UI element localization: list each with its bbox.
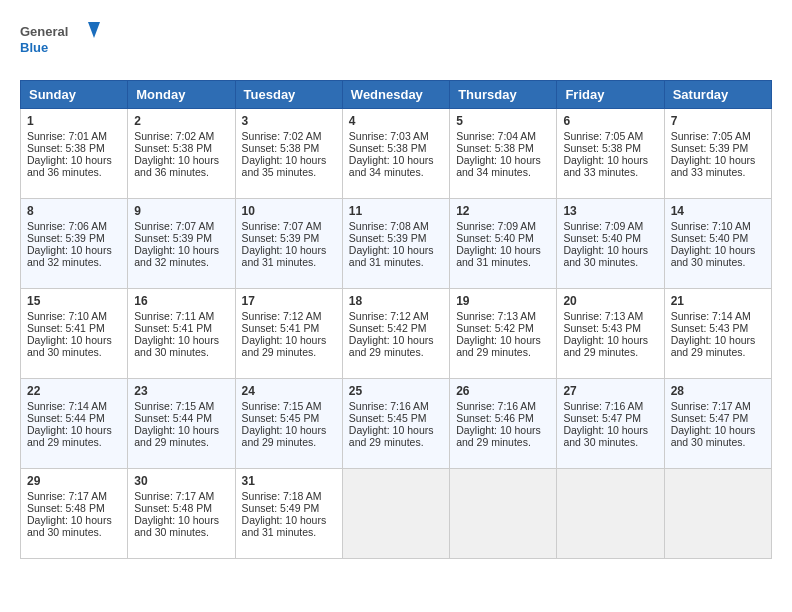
day-number: 23 — [134, 384, 228, 398]
sunset-text: Sunset: 5:41 PM — [242, 322, 320, 334]
day-number: 14 — [671, 204, 765, 218]
svg-marker-2 — [88, 22, 100, 38]
sunset-text: Sunset: 5:38 PM — [134, 142, 212, 154]
calendar-cell: 18Sunrise: 7:12 AMSunset: 5:42 PMDayligh… — [342, 289, 449, 379]
sunrise-text: Sunrise: 7:03 AM — [349, 130, 429, 142]
sunset-text: Sunset: 5:42 PM — [456, 322, 534, 334]
daylight-text: Daylight: 10 hours and 31 minutes. — [242, 514, 327, 538]
day-header-sunday: Sunday — [21, 81, 128, 109]
daylight-text: Daylight: 10 hours and 30 minutes. — [671, 424, 756, 448]
calendar-week-row: 8Sunrise: 7:06 AMSunset: 5:39 PMDaylight… — [21, 199, 772, 289]
day-number: 18 — [349, 294, 443, 308]
day-number: 15 — [27, 294, 121, 308]
sunset-text: Sunset: 5:38 PM — [349, 142, 427, 154]
day-number: 12 — [456, 204, 550, 218]
sunset-text: Sunset: 5:39 PM — [242, 232, 320, 244]
sunset-text: Sunset: 5:41 PM — [27, 322, 105, 334]
daylight-text: Daylight: 10 hours and 29 minutes. — [27, 424, 112, 448]
calendar-cell: 11Sunrise: 7:08 AMSunset: 5:39 PMDayligh… — [342, 199, 449, 289]
calendar-cell: 5Sunrise: 7:04 AMSunset: 5:38 PMDaylight… — [450, 109, 557, 199]
day-number: 6 — [563, 114, 657, 128]
sunrise-text: Sunrise: 7:16 AM — [563, 400, 643, 412]
calendar-cell — [664, 469, 771, 559]
calendar-cell: 27Sunrise: 7:16 AMSunset: 5:47 PMDayligh… — [557, 379, 664, 469]
calendar-cell: 6Sunrise: 7:05 AMSunset: 5:38 PMDaylight… — [557, 109, 664, 199]
day-number: 28 — [671, 384, 765, 398]
daylight-text: Daylight: 10 hours and 31 minutes. — [242, 244, 327, 268]
daylight-text: Daylight: 10 hours and 30 minutes. — [134, 334, 219, 358]
calendar-cell: 25Sunrise: 7:16 AMSunset: 5:45 PMDayligh… — [342, 379, 449, 469]
sunrise-text: Sunrise: 7:16 AM — [349, 400, 429, 412]
daylight-text: Daylight: 10 hours and 33 minutes. — [563, 154, 648, 178]
sunset-text: Sunset: 5:42 PM — [349, 322, 427, 334]
sunset-text: Sunset: 5:48 PM — [134, 502, 212, 514]
day-header-tuesday: Tuesday — [235, 81, 342, 109]
daylight-text: Daylight: 10 hours and 29 minutes. — [456, 424, 541, 448]
calendar-week-row: 15Sunrise: 7:10 AMSunset: 5:41 PMDayligh… — [21, 289, 772, 379]
sunrise-text: Sunrise: 7:13 AM — [456, 310, 536, 322]
sunset-text: Sunset: 5:38 PM — [563, 142, 641, 154]
svg-text:General: General — [20, 24, 68, 39]
daylight-text: Daylight: 10 hours and 31 minutes. — [349, 244, 434, 268]
daylight-text: Daylight: 10 hours and 30 minutes. — [563, 244, 648, 268]
calendar-cell — [450, 469, 557, 559]
calendar-table: SundayMondayTuesdayWednesdayThursdayFrid… — [20, 80, 772, 559]
calendar-cell: 2Sunrise: 7:02 AMSunset: 5:38 PMDaylight… — [128, 109, 235, 199]
calendar-cell: 8Sunrise: 7:06 AMSunset: 5:39 PMDaylight… — [21, 199, 128, 289]
sunrise-text: Sunrise: 7:13 AM — [563, 310, 643, 322]
sunset-text: Sunset: 5:47 PM — [671, 412, 749, 424]
calendar-cell: 31Sunrise: 7:18 AMSunset: 5:49 PMDayligh… — [235, 469, 342, 559]
sunrise-text: Sunrise: 7:12 AM — [349, 310, 429, 322]
daylight-text: Daylight: 10 hours and 32 minutes. — [27, 244, 112, 268]
day-number: 24 — [242, 384, 336, 398]
calendar-cell: 30Sunrise: 7:17 AMSunset: 5:48 PMDayligh… — [128, 469, 235, 559]
daylight-text: Daylight: 10 hours and 29 minutes. — [242, 334, 327, 358]
daylight-text: Daylight: 10 hours and 30 minutes. — [134, 514, 219, 538]
sunrise-text: Sunrise: 7:05 AM — [671, 130, 751, 142]
day-number: 21 — [671, 294, 765, 308]
sunrise-text: Sunrise: 7:17 AM — [27, 490, 107, 502]
sunset-text: Sunset: 5:43 PM — [671, 322, 749, 334]
calendar-cell: 16Sunrise: 7:11 AMSunset: 5:41 PMDayligh… — [128, 289, 235, 379]
day-number: 27 — [563, 384, 657, 398]
sunrise-text: Sunrise: 7:08 AM — [349, 220, 429, 232]
daylight-text: Daylight: 10 hours and 29 minutes. — [456, 334, 541, 358]
sunset-text: Sunset: 5:38 PM — [242, 142, 320, 154]
calendar-cell: 23Sunrise: 7:15 AMSunset: 5:44 PMDayligh… — [128, 379, 235, 469]
daylight-text: Daylight: 10 hours and 35 minutes. — [242, 154, 327, 178]
calendar-cell: 12Sunrise: 7:09 AMSunset: 5:40 PMDayligh… — [450, 199, 557, 289]
sunset-text: Sunset: 5:49 PM — [242, 502, 320, 514]
daylight-text: Daylight: 10 hours and 31 minutes. — [456, 244, 541, 268]
day-header-thursday: Thursday — [450, 81, 557, 109]
day-number: 9 — [134, 204, 228, 218]
day-number: 2 — [134, 114, 228, 128]
calendar-cell — [557, 469, 664, 559]
sunset-text: Sunset: 5:40 PM — [563, 232, 641, 244]
svg-text:Blue: Blue — [20, 40, 48, 55]
day-number: 11 — [349, 204, 443, 218]
daylight-text: Daylight: 10 hours and 29 minutes. — [349, 424, 434, 448]
calendar-cell: 26Sunrise: 7:16 AMSunset: 5:46 PMDayligh… — [450, 379, 557, 469]
sunrise-text: Sunrise: 7:04 AM — [456, 130, 536, 142]
sunrise-text: Sunrise: 7:17 AM — [134, 490, 214, 502]
daylight-text: Daylight: 10 hours and 30 minutes. — [671, 244, 756, 268]
sunrise-text: Sunrise: 7:02 AM — [242, 130, 322, 142]
sunset-text: Sunset: 5:41 PM — [134, 322, 212, 334]
calendar-cell: 21Sunrise: 7:14 AMSunset: 5:43 PMDayligh… — [664, 289, 771, 379]
daylight-text: Daylight: 10 hours and 34 minutes. — [456, 154, 541, 178]
sunrise-text: Sunrise: 7:09 AM — [563, 220, 643, 232]
day-number: 4 — [349, 114, 443, 128]
sunrise-text: Sunrise: 7:06 AM — [27, 220, 107, 232]
sunset-text: Sunset: 5:40 PM — [671, 232, 749, 244]
day-number: 3 — [242, 114, 336, 128]
sunrise-text: Sunrise: 7:12 AM — [242, 310, 322, 322]
daylight-text: Daylight: 10 hours and 30 minutes. — [27, 514, 112, 538]
day-number: 1 — [27, 114, 121, 128]
logo-svg: General Blue — [20, 20, 100, 64]
sunrise-text: Sunrise: 7:10 AM — [671, 220, 751, 232]
calendar-week-row: 29Sunrise: 7:17 AMSunset: 5:48 PMDayligh… — [21, 469, 772, 559]
calendar-header-row: SundayMondayTuesdayWednesdayThursdayFrid… — [21, 81, 772, 109]
sunrise-text: Sunrise: 7:15 AM — [134, 400, 214, 412]
day-number: 5 — [456, 114, 550, 128]
calendar-cell: 3Sunrise: 7:02 AMSunset: 5:38 PMDaylight… — [235, 109, 342, 199]
